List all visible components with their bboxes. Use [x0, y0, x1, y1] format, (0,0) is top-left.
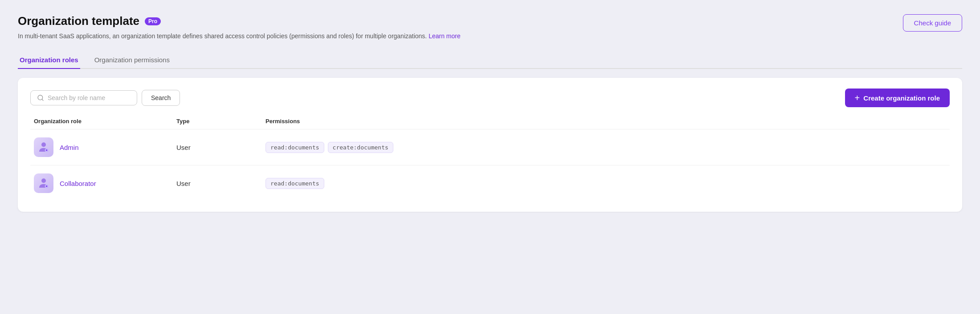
- svg-point-5: [41, 178, 46, 183]
- avatar-icon-admin: [37, 141, 50, 154]
- create-organization-role-button[interactable]: + Create organization role: [845, 89, 950, 107]
- tab-organization-permissions[interactable]: Organization permissions: [93, 52, 172, 69]
- col-header-type: Type: [176, 118, 265, 125]
- permission-tag: read:documents: [265, 178, 324, 189]
- plus-icon: +: [855, 93, 860, 102]
- svg-line-1: [42, 99, 43, 101]
- role-cell-admin: Admin: [34, 137, 176, 157]
- search-input-wrapper: [30, 90, 137, 105]
- table-row: Admin User read:documents create:documen…: [30, 129, 950, 165]
- svg-point-7: [46, 185, 47, 187]
- role-cell-collaborator: Collaborator: [34, 173, 176, 193]
- role-name-admin[interactable]: Admin: [60, 144, 79, 151]
- svg-point-4: [46, 149, 47, 151]
- search-button[interactable]: Search: [142, 90, 180, 106]
- subtitle: In multi-tenant SaaS applications, an or…: [18, 32, 461, 41]
- header-left: Organization template Pro In multi-tenan…: [18, 14, 461, 41]
- table-rows: Admin User read:documents create:documen…: [30, 129, 950, 201]
- search-icon: [37, 94, 44, 101]
- svg-point-2: [41, 142, 46, 147]
- permissions-cell-collaborator: read:documents: [265, 178, 946, 189]
- permissions-cell-admin: read:documents create:documents: [265, 142, 946, 153]
- role-name-collaborator[interactable]: Collaborator: [60, 180, 96, 187]
- avatar-collaborator: [34, 173, 53, 193]
- page-header: Organization template Pro In multi-tenan…: [18, 14, 962, 41]
- toolbar: Search + Create organization role: [30, 89, 950, 107]
- avatar-icon-collaborator: [37, 177, 50, 190]
- col-header-role: Organization role: [34, 118, 176, 125]
- table-header: Organization role Type Permissions: [30, 118, 950, 129]
- tabs-container: Organization roles Organization permissi…: [18, 52, 962, 69]
- permission-tag: create:documents: [328, 142, 393, 153]
- permission-tag: read:documents: [265, 142, 324, 153]
- title-row: Organization template Pro: [18, 14, 461, 28]
- table-row: Collaborator User read:documents: [30, 165, 950, 201]
- type-cell-admin: User: [176, 144, 265, 151]
- page-title: Organization template: [18, 14, 139, 28]
- pro-badge: Pro: [145, 17, 161, 25]
- type-cell-collaborator: User: [176, 180, 265, 187]
- search-area: Search: [30, 90, 180, 106]
- avatar-admin: [34, 137, 53, 157]
- col-header-permissions: Permissions: [265, 118, 946, 125]
- learn-more-link[interactable]: Learn more: [429, 32, 461, 40]
- tab-organization-roles[interactable]: Organization roles: [18, 52, 80, 69]
- check-guide-button[interactable]: Check guide: [903, 14, 962, 32]
- content-card: Search + Create organization role Organi…: [18, 78, 962, 212]
- search-input[interactable]: [48, 94, 131, 101]
